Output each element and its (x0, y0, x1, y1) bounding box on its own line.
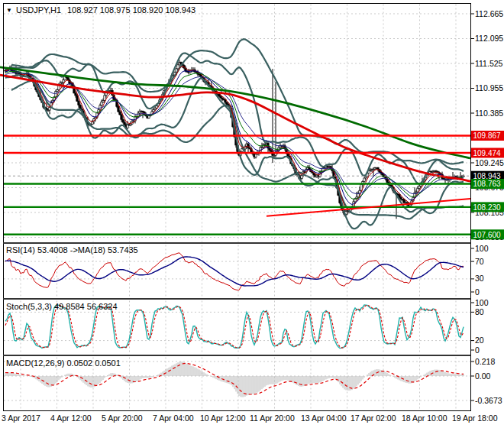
price-badge-value: 109.474 (473, 149, 502, 157)
candle-body (67, 78, 69, 80)
pane-labels: ▼ USDJPY,H1 108.927 108.975 108.920 108.… (6, 5, 195, 368)
candle-body (121, 115, 122, 119)
candle-body (360, 184, 362, 190)
indicator-plots (5, 253, 464, 397)
time-axis-label: 3 Apr 2017 (2, 413, 40, 423)
price-badge-value: 109.867 (473, 131, 502, 140)
price-tick-label: 112.095 (475, 34, 503, 43)
time-axis-label: 11 Apr 20:00 (250, 413, 295, 423)
price-badge-value: 108.763 (473, 180, 502, 188)
rsi-tick-label: 70 (475, 257, 484, 266)
symbol-dropdown-icon[interactable]: ▼ (6, 7, 12, 14)
candle-body (49, 108, 50, 111)
mt4-chart-window: 112.665112.095111.525110.955110.385109.8… (0, 0, 504, 428)
price-tick-label: 112.665 (475, 9, 503, 18)
price-badges: 109.867109.474108.943108.763108.230107.6… (471, 131, 504, 239)
candle-body (101, 102, 102, 105)
rsi-tick-label: 0 (475, 287, 480, 297)
price-tick-label: 111.525 (475, 59, 503, 68)
chart-title-ohlc: 108.927 108.975 108.920 108.943 (67, 5, 195, 15)
price-badge-value: 108.230 (473, 203, 502, 212)
chart-canvas[interactable]: 112.665112.095111.525110.955110.385109.8… (0, 0, 504, 428)
candle-body (148, 116, 150, 118)
candle-body (403, 199, 405, 203)
time-axis-label: 18 Apr 10:00 (402, 413, 447, 423)
rsi-tick-label: 30 (475, 274, 484, 283)
stoch-tick-label: 100 (475, 298, 489, 307)
candle-body (153, 110, 154, 112)
candle-body (218, 94, 220, 96)
chart-title-symbol: USDJPY,H1 (16, 5, 61, 15)
candle-body (104, 96, 105, 101)
candle-body (75, 93, 76, 96)
time-axis-label: 7 Apr 04:00 (153, 413, 194, 423)
candle-body (118, 106, 119, 112)
candle-body (156, 106, 157, 109)
macd-tick-label: -0.3673 (475, 396, 502, 405)
time-axis-label: 13 Apr 04:00 (301, 413, 347, 423)
candle-wicks (5, 60, 464, 219)
stoch-tick-label: 20 (475, 336, 484, 345)
candle-body (79, 105, 81, 109)
candle-body (418, 186, 420, 188)
price-badge-value: 107.600 (473, 231, 502, 239)
candle-body (63, 80, 64, 83)
stoch-k-line (5, 305, 464, 349)
time-axis-label: 17 Apr 02:00 (351, 413, 396, 423)
candle-body (124, 122, 125, 125)
candle-body (400, 197, 402, 199)
stoch-tick-label: 80 (475, 307, 484, 316)
macd-tick-label: 0.218 (475, 357, 495, 366)
candle-body (92, 122, 93, 124)
time-axis-label: 4 Apr 12:00 (50, 413, 92, 423)
rsi-pane-label: RSI(14) 53.4008 ->MA(18) 53.7435 (6, 245, 138, 255)
time-axis-label: 19 Apr 18:00 (452, 413, 498, 423)
price-tick-label: 109.245 (475, 158, 504, 167)
candle-body (363, 178, 365, 182)
candle-body (177, 65, 179, 69)
stoch-tick-label: 0 (475, 345, 480, 355)
candle-body (255, 154, 257, 157)
candle-body (220, 96, 221, 98)
macd-tick-label: 0.00 (475, 371, 491, 381)
candle-body (78, 101, 79, 105)
rsi-line (5, 253, 464, 290)
candle-body (119, 112, 121, 115)
price-tick-label: 110.955 (475, 83, 503, 92)
time-axis-label: 10 Apr 12:00 (200, 413, 246, 423)
time-axis: 3 Apr 20174 Apr 12:005 Apr 20:007 Apr 04… (2, 413, 498, 423)
rsi-tick-label: 100 (475, 244, 489, 253)
candle-body (417, 188, 418, 192)
macd-pane-label: MACD(12,26,9) 0.0502 0.0501 (6, 358, 121, 368)
stoch-pane-label: Stoch(5,3,3) 49.8584 56.6324 (6, 302, 118, 311)
candle-body (76, 96, 78, 101)
price-tick-label: 110.385 (475, 109, 503, 118)
candle-body (122, 119, 124, 122)
time-axis-label: 5 Apr 20:00 (102, 413, 143, 423)
